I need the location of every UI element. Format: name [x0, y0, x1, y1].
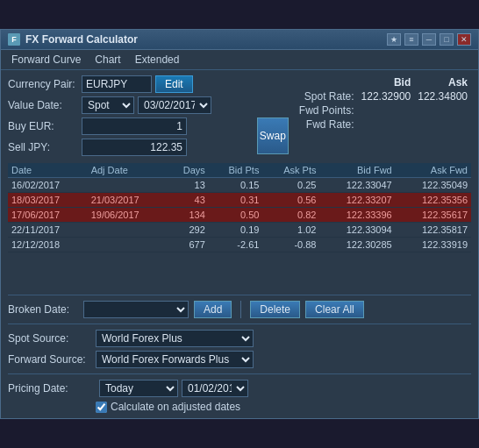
- main-window: F FX Forward Calculator ★ ≡ ─ □ ✕ Forwar…: [0, 29, 479, 419]
- col-bid-fwd: Bid Fwd: [319, 163, 395, 178]
- currency-pair-label: Currency Pair:: [8, 78, 78, 90]
- pricing-date-row: Pricing Date: Today 01/02/2017: [8, 380, 471, 397]
- left-panel: Currency Pair: Edit Value Date: Spot 03/…: [8, 75, 289, 160]
- spot-rate-ask: 122.34800: [414, 89, 471, 103]
- buy-row: Buy EUR:: [8, 117, 254, 135]
- minimize-button[interactable]: ─: [422, 33, 436, 46]
- bottom-section: Broken Date: Add Delete Clear All: [8, 295, 471, 318]
- col-ask-pts: Ask Pts: [262, 163, 319, 178]
- spot-rate-label: Spot Rate:: [296, 89, 358, 103]
- top-section: Currency Pair: Edit Value Date: Spot 03/…: [8, 75, 471, 160]
- menu-chart[interactable]: Chart: [88, 52, 127, 68]
- main-content: Currency Pair: Edit Value Date: Spot 03/…: [1, 70, 478, 418]
- table-row[interactable]: 22/11/20172920.191.02122.33094122.35817: [8, 223, 471, 238]
- table-row[interactable]: 12/12/2018677-2.61-0.88122.30285122.3391…: [8, 238, 471, 252]
- value-date-label: Value Date:: [8, 99, 78, 111]
- calc-adjusted-checkbox[interactable]: [96, 402, 107, 413]
- close-button[interactable]: ✕: [457, 33, 471, 46]
- menu-extended[interactable]: Extended: [128, 52, 187, 68]
- col-bid-pts: Bid Pts: [209, 163, 263, 178]
- forward-rates-table: Date Adj Date Days Bid Pts Ask Pts Bid F…: [8, 163, 471, 252]
- sell-input[interactable]: [82, 139, 187, 156]
- menu-button[interactable]: ≡: [404, 33, 418, 46]
- clear-all-button[interactable]: Clear All: [305, 301, 364, 318]
- source-section: Spot Source: World Forex Plus Forward So…: [8, 324, 471, 368]
- menu-bar: Forward Curve Chart Extended: [1, 50, 478, 70]
- empty-area: [8, 252, 471, 288]
- add-button[interactable]: Add: [194, 301, 232, 318]
- star-button[interactable]: ★: [387, 33, 401, 46]
- edit-button[interactable]: Edit: [155, 75, 193, 93]
- pricing-date-label: Pricing Date:: [8, 382, 96, 395]
- broken-date-select[interactable]: [83, 301, 189, 318]
- sell-label: Sell JPY:: [8, 141, 78, 153]
- menu-forward-curve[interactable]: Forward Curve: [4, 52, 88, 68]
- buy-sell-area: Buy EUR: Sell JPY: Swap: [8, 117, 289, 160]
- maximize-button[interactable]: □: [440, 33, 454, 46]
- fwd-rate-label: Fwd Rate:: [296, 117, 358, 132]
- broken-date-label: Broken Date:: [8, 303, 78, 316]
- title-bar-left: F FX Forward Calculator: [8, 33, 138, 46]
- col-days: Days: [167, 163, 209, 178]
- pricing-section: Pricing Date: Today 01/02/2017 Calculate…: [8, 373, 471, 413]
- col-date: Date: [8, 163, 88, 178]
- spot-rate-bid: 122.32900: [358, 89, 415, 103]
- currency-pair-input[interactable]: [82, 75, 152, 93]
- spot-source-label: Spot Source:: [8, 332, 96, 345]
- calc-checkbox-row: Calculate on adjusted dates: [96, 401, 471, 413]
- table-row[interactable]: 17/06/201719/06/20171340.500.82122.33396…: [8, 208, 471, 223]
- forward-source-row: Forward Source: World Forex Forwards Plu…: [8, 351, 471, 368]
- value-date-type-select[interactable]: Spot: [82, 96, 134, 114]
- currency-pair-row: Currency Pair: Edit: [8, 75, 289, 93]
- forward-source-label: Forward Source:: [8, 353, 96, 366]
- separator: [240, 301, 241, 318]
- delete-button[interactable]: Delete: [250, 301, 300, 318]
- pricing-date-type-select[interactable]: Today: [99, 380, 178, 397]
- spot-source-row: Spot Source: World Forex Plus: [8, 330, 471, 347]
- spot-source-select[interactable]: World Forex Plus: [96, 330, 254, 347]
- info-table: Bid Ask Spot Rate: 122.32900 122.34800 F…: [296, 75, 471, 132]
- value-date-select[interactable]: 03/02/2017: [138, 96, 211, 114]
- swap-button[interactable]: Swap: [257, 117, 289, 154]
- value-date-row: Value Date: Spot 03/02/2017: [8, 96, 289, 114]
- bid-header: Bid: [358, 75, 415, 89]
- table-row[interactable]: 16/02/2017130.150.25122.33047122.35049: [8, 178, 471, 193]
- broken-date-row: Broken Date: Add Delete Clear All: [8, 301, 471, 318]
- right-panel: Bid Ask Spot Rate: 122.32900 122.34800 F…: [289, 75, 471, 160]
- calc-adjusted-label: Calculate on adjusted dates: [111, 401, 240, 413]
- buy-label: Buy EUR:: [8, 120, 78, 132]
- buy-input[interactable]: [82, 117, 187, 135]
- forward-source-select[interactable]: World Forex Forwards Plus: [96, 351, 254, 368]
- buy-sell-fields: Buy EUR: Sell JPY:: [8, 117, 254, 160]
- col-ask-fwd: Ask Fwd: [396, 163, 471, 178]
- col-adj-date: Adj Date: [88, 163, 168, 178]
- title-bar-controls: ★ ≡ ─ □ ✕: [387, 33, 471, 46]
- fwd-points-label: Fwd Points:: [296, 103, 358, 117]
- pricing-date-select[interactable]: 01/02/2017: [182, 380, 248, 397]
- title-bar: F FX Forward Calculator ★ ≡ ─ □ ✕: [1, 30, 478, 50]
- app-icon: F: [8, 33, 20, 46]
- table-row[interactable]: 18/03/201721/03/2017430.310.56122.332071…: [8, 193, 471, 208]
- ask-header: Ask: [414, 75, 471, 89]
- sell-row: Sell JPY:: [8, 139, 254, 156]
- window-title: FX Forward Calculator: [25, 33, 138, 46]
